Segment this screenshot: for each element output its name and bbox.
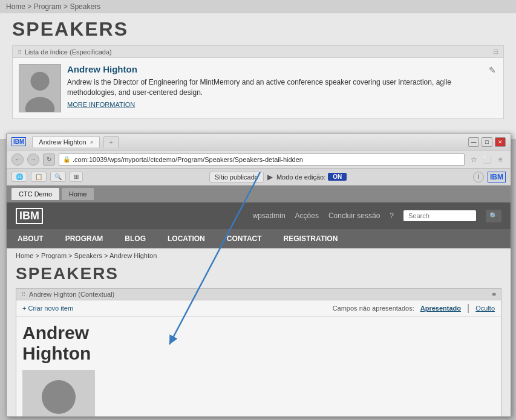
forward-button[interactable]: → (27, 153, 39, 166)
content-box-title: Andrew Highton (Contextual) (29, 291, 114, 298)
presented-link[interactable]: Apresentado (420, 305, 461, 312)
browser-tab-new[interactable]: + (103, 136, 118, 147)
browser-window: IBM Andrew Highton × + — □ ✕ ← → ↻ 🔒 .co… (6, 133, 511, 417)
bg-more-info: MORE INFORMATION (67, 101, 482, 108)
browser-toolbar: 🌐 📋 🔍 ⊞ Sítio publicado ▶ Modo de edição… (7, 169, 511, 186)
bg-speaker-desc: Andrew is the Director of Engineering fo… (67, 77, 482, 98)
portal-page-title: SPEAKERS (7, 263, 511, 288)
nav-registration[interactable]: REGISTRATION (273, 229, 349, 248)
globe-button[interactable]: 🌐 (11, 172, 27, 182)
speaker-big-name: AndrewHighton (16, 317, 501, 367)
speaker-portrait (22, 370, 95, 416)
nav-contact[interactable]: CONTACT (216, 229, 273, 248)
portal-mainnav: ABOUT PROGRAM BLOG LOCATION CONTACT REGI… (7, 229, 511, 248)
bg-speaker-name: Andrew Highton (67, 64, 482, 74)
header-search-button[interactable]: 🔍 (486, 210, 501, 222)
close-button[interactable]: ✕ (495, 137, 506, 147)
edit-mode-label: Modo de edição: (276, 173, 325, 181)
browser-titlebar: IBM Andrew Highton × + — □ ✕ (7, 134, 511, 150)
arrow-icon: ▶ (267, 173, 273, 181)
content-box-header: ⠿Andrew Highton (Contextual) ≡ (16, 289, 501, 300)
nav-program[interactable]: PROGRAM (54, 229, 114, 248)
bg-page-title: SPEAKERS (0, 13, 516, 45)
menu-icon[interactable]: ≡ (495, 154, 506, 165)
bg-index-box: ⠿Lista de índice (Especificada) ⊟ Andrew… (12, 45, 504, 119)
search-button[interactable]: 🔍 (50, 172, 66, 182)
bg-speaker-avatar (19, 64, 61, 112)
bookmark-button[interactable]: 📋 (31, 172, 47, 182)
bg-edit-icon[interactable]: ✎ (488, 64, 497, 112)
portal-tab-home[interactable]: Home (62, 188, 94, 200)
nav-location[interactable]: LOCATION (157, 229, 216, 248)
site-published-label: Sítio publicado (209, 172, 264, 183)
create-item-button[interactable]: Criar novo item (22, 305, 73, 312)
portal-ibm-logo: IBM (16, 208, 43, 224)
browser-tab-active[interactable]: Andrew Highton × (32, 136, 100, 147)
portal-tab-ctcdemo[interactable]: CTC Demo (11, 188, 59, 200)
background-portal: Home > Program > Speakers SPEAKERS ⠿List… (0, 0, 516, 139)
minimize-button[interactable]: — (468, 137, 479, 147)
nav-wpsadmin[interactable]: wpsadmin (253, 212, 286, 220)
maximize-button[interactable]: □ (482, 137, 492, 147)
lock-icon: 🔒 (63, 156, 70, 163)
nav-accoes[interactable]: Acções (295, 212, 319, 220)
nav-about[interactable]: ABOUT (7, 229, 54, 248)
header-search-input[interactable] (403, 210, 476, 221)
address-bar[interactable]: 🔒 .com:10039/wps/myportal/ctcdemo/Progra… (59, 153, 465, 166)
back-button[interactable]: ← (11, 153, 24, 166)
fields-label: Campos não apresentados: (333, 305, 414, 312)
speaker-portrait-area (16, 367, 501, 416)
portal-breadcrumb: Home > Program > Speakers > Andrew Hight… (7, 248, 511, 263)
content-box-toolbar: Criar novo item Campos não apresentados:… (16, 300, 501, 317)
url-text: .com:10039/wps/myportal/ctcdemo/Program/… (73, 156, 460, 163)
refresh-button[interactable]: ↻ (43, 153, 55, 166)
bg-index-box-header: ⠿Lista de índice (Especificada) ⊟ (13, 46, 503, 58)
bg-breadcrumb: Home > Program > Speakers (0, 0, 516, 13)
portal-header: IBM wpsadmin Acções Concluir sessão ? 🔍 (7, 202, 511, 229)
bg-speaker-info: Andrew Highton Andrew is the Director of… (67, 64, 482, 112)
content-box-menu-icon[interactable]: ≡ (492, 291, 496, 298)
bg-speaker-row: Andrew Highton Andrew is the Director of… (13, 58, 503, 118)
navbar-icons: ☆ ⬜ ≡ (468, 154, 506, 165)
hidden-link[interactable]: Oculto (475, 305, 495, 312)
svg-point-5 (42, 380, 76, 414)
grid-button[interactable]: ⊞ (70, 172, 83, 182)
ibm-logo-toolbar[interactable]: IBM (488, 172, 506, 183)
browser-ibm-logo: IBM (11, 137, 26, 146)
nav-concluir[interactable]: Concluir sessão (328, 212, 380, 220)
portal-content: CTC Demo Home IBM wpsadmin Acções Conclu… (7, 186, 511, 416)
tab-title: Andrew Highton (39, 138, 86, 146)
svg-point-1 (30, 72, 49, 91)
cast-icon[interactable]: ⬜ (482, 154, 492, 165)
portal-header-nav: wpsadmin Acções Concluir sessão ? 🔍 (253, 210, 501, 222)
close-tab-icon[interactable]: × (90, 139, 94, 146)
edit-mode-toggle[interactable]: ON (328, 173, 347, 181)
content-box: ⠿Andrew Highton (Contextual) ≡ Criar nov… (16, 288, 501, 416)
window-controls: — □ ✕ (468, 137, 506, 147)
edit-mode-control: Modo de edição: ON (276, 173, 347, 181)
browser-navbar: ← → ↻ 🔒 .com:10039/wps/myportal/ctcdemo/… (7, 150, 511, 169)
star-icon[interactable]: ☆ (468, 154, 479, 165)
info-button[interactable]: i (473, 172, 484, 183)
nav-help[interactable]: ? (390, 212, 394, 220)
nav-blog[interactable]: BLOG (114, 229, 157, 248)
portal-tabs: CTC Demo Home (7, 186, 511, 202)
